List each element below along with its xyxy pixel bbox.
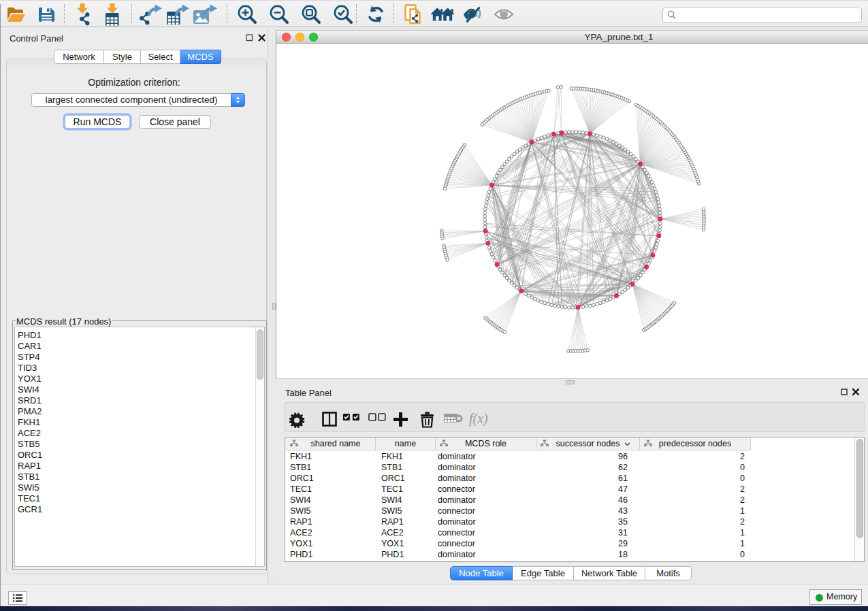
svg-text:f(x): f(x) <box>469 411 488 427</box>
